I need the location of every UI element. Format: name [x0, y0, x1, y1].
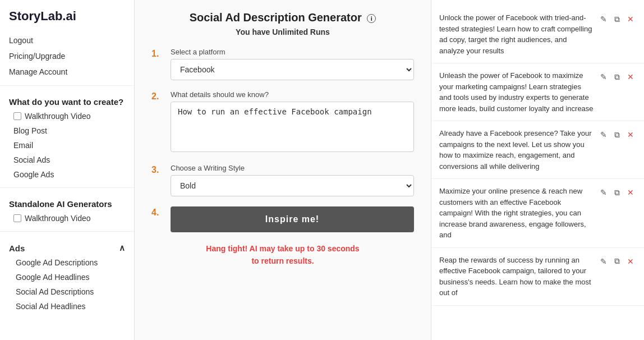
edit-button-3[interactable]: ✎	[598, 187, 609, 198]
sidebar-nav: Logout Pricing/Upgrade Manage Account	[0, 33, 134, 80]
chevron-up-icon: ∧	[119, 243, 125, 253]
divider-1	[0, 85, 134, 86]
sidebar-item-google-ads[interactable]: Google Ads	[0, 167, 134, 182]
hang-tight-message: Hang tight! AI may take up to 30 seconds…	[151, 242, 414, 268]
step-4-number: 4.	[151, 206, 163, 218]
result-item-2: Already have a Facebook presence? Take y…	[431, 121, 644, 179]
sidebar-item-manage[interactable]: Manage Account	[0, 64, 134, 80]
close-button-1[interactable]: ✕	[625, 71, 636, 82]
sidebar-item-walkthrough-video[interactable]: Walkthrough Video	[0, 109, 134, 123]
result-actions-3: ✎ ⧉ ✕	[598, 186, 636, 198]
info-icon[interactable]: i	[367, 14, 376, 23]
sidebar-item-standalone-walkthrough[interactable]: Walkthrough Video	[0, 211, 134, 226]
step-3-label: Choose a Writing Style	[171, 164, 414, 172]
unlimited-runs-badge: You have Unlimited Runs	[151, 27, 414, 36]
sidebar-item-social-ads[interactable]: Social Ads	[0, 153, 134, 167]
result-text-2: Already have a Facebook presence? Take y…	[439, 128, 594, 172]
copy-button-1[interactable]: ⧉	[611, 71, 623, 82]
main-content: Social Ad Description Generator i You ha…	[135, 0, 431, 340]
step-2-label: What details should we know?	[171, 90, 414, 99]
sidebar-item-social-ad-descriptions[interactable]: Social Ad Descriptions	[0, 284, 134, 299]
step-3-number: 3.	[151, 164, 163, 175]
result-text-4: Reap the rewards of success by running a…	[439, 255, 594, 298]
close-button-3[interactable]: ✕	[625, 187, 636, 198]
step-1-number: 1.	[151, 48, 163, 59]
results-panel: Unlock the power of Facebook with tried-…	[431, 0, 644, 340]
result-actions-0: ✎ ⧉ ✕	[598, 12, 636, 25]
result-item-4: Reap the rewards of success by running a…	[431, 248, 644, 306]
inspire-button[interactable]: Inspire me!	[171, 206, 414, 232]
result-actions-1: ✎ ⧉ ✕	[598, 70, 636, 82]
close-button-2[interactable]: ✕	[625, 129, 636, 140]
result-actions-4: ✎ ⧉ ✕	[598, 255, 636, 267]
edit-button-0[interactable]: ✎	[598, 13, 609, 25]
step-1-section: 1. Select a platform FacebookInstagramTw…	[151, 48, 414, 80]
step-2-number: 2.	[151, 90, 163, 102]
checkbox-icon	[13, 112, 21, 120]
sidebar-item-google-ad-descriptions[interactable]: Google Ad Descriptions	[0, 255, 134, 270]
details-textarea[interactable]	[171, 102, 414, 152]
sidebar: StoryLab.ai Logout Pricing/Upgrade Manag…	[0, 0, 135, 340]
logo: StoryLab.ai	[0, 9, 134, 33]
result-text-1: Unleash the power of Facebook to maximiz…	[439, 70, 594, 114]
sidebar-item-pricing[interactable]: Pricing/Upgrade	[0, 48, 134, 64]
standalone-title: Standalone AI Generators	[0, 194, 134, 211]
edit-button-4[interactable]: ✎	[598, 256, 609, 267]
step-2-section: 2. What details should we know?	[151, 90, 414, 154]
sidebar-item-google-ad-headlines[interactable]: Google Ad Headlines	[0, 270, 134, 284]
copy-button-4[interactable]: ⧉	[611, 256, 623, 267]
step-1-label: Select a platform	[171, 48, 414, 56]
platform-select[interactable]: FacebookInstagramTwitterLinkedInTikTok	[171, 59, 414, 80]
ads-section-header[interactable]: Ads ∧	[0, 237, 134, 255]
sidebar-item-blog-post[interactable]: Blog Post	[0, 123, 134, 138]
divider-2	[0, 187, 134, 188]
step-3-section: 3. Choose a Writing Style BoldProfession…	[151, 164, 414, 196]
sidebar-item-email[interactable]: Email	[0, 138, 134, 153]
result-actions-2: ✎ ⧉ ✕	[598, 128, 636, 140]
page-title: Social Ad Description Generator i	[151, 11, 414, 24]
what-create-title: What do you want to create?	[0, 91, 134, 109]
result-text-3: Maximize your online presence & reach ne…	[439, 186, 594, 241]
copy-button-0[interactable]: ⧉	[611, 13, 623, 25]
result-item-1: Unleash the power of Facebook to maximiz…	[431, 63, 644, 121]
checkbox-icon-standalone	[13, 214, 21, 222]
edit-button-2[interactable]: ✎	[598, 129, 609, 140]
sidebar-item-social-ad-headlines[interactable]: Social Ad Headlines	[0, 299, 134, 314]
sidebar-item-logout[interactable]: Logout	[0, 33, 134, 48]
copy-button-3[interactable]: ⧉	[611, 187, 623, 198]
divider-3	[0, 231, 134, 232]
close-button-4[interactable]: ✕	[625, 256, 636, 267]
result-text-0: Unlock the power of Facebook with tried-…	[439, 12, 594, 56]
edit-button-1[interactable]: ✎	[598, 71, 609, 82]
close-button-0[interactable]: ✕	[625, 13, 636, 25]
step-4-section: 4. Inspire me!	[151, 206, 414, 232]
writing-style-select[interactable]: BoldProfessionalCasualFriendlyInformativ…	[171, 175, 414, 196]
ads-title: Ads	[9, 243, 25, 253]
result-item-3: Maximize your online presence & reach ne…	[431, 179, 644, 248]
copy-button-2[interactable]: ⧉	[611, 129, 623, 140]
result-item-0: Unlock the power of Facebook with tried-…	[431, 6, 644, 63]
